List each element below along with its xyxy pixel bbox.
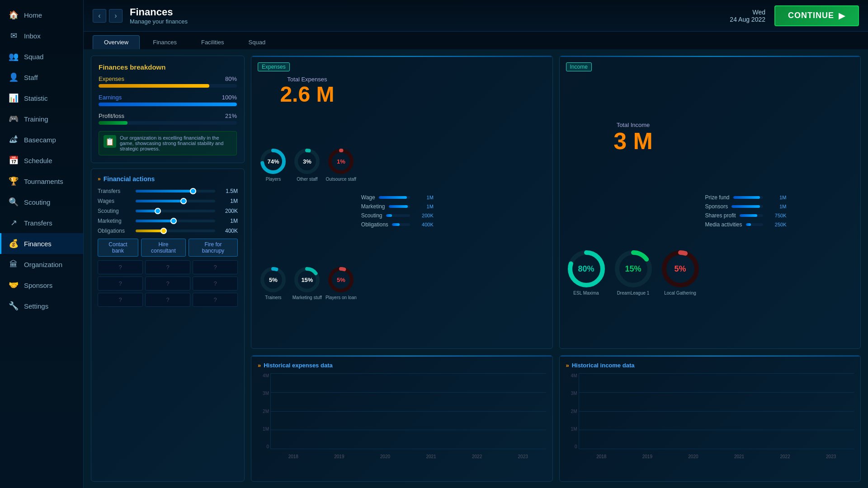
date-display: Wed 24 Aug 2022 [730,9,765,23]
sidebar-item-inbox[interactable]: ✉ Inbox [0,25,83,46]
donut-label-other-staff: Other staff [297,177,318,182]
actions-title: » Financial actions [98,175,238,183]
page-title: Finances [130,6,188,18]
expense-row-wage: Wage 1M [361,194,434,201]
income-label-local: Local Gathering [664,291,696,296]
slider-label-marketing: Marketing [98,218,132,224]
donut-pct-players-loan: 5% [337,277,345,283]
staff-icon: 👤 [9,72,19,82]
inbox-icon: ✉ [9,31,19,41]
unlock-btn-2[interactable]: ? [145,260,190,274]
earnings-row: Earnings 100% [99,94,237,106]
profit-label-row: Profit/loss 21% [99,113,237,119]
slider-obligations: Obligations 400K [98,228,238,234]
unlock-btn-5[interactable]: ? [145,277,190,291]
donut-label-outsource-staff: Outsource staff [326,177,357,182]
income-row-shares: Shares profit 750K [705,212,787,219]
donut-label-players-loan: Players on loan [326,295,357,300]
sidebar-item-training[interactable]: 🎮 Training [0,108,83,129]
continue-button[interactable]: CONTINUE ▶ [774,5,859,26]
organization-icon: 🏛 [9,259,19,269]
income-pct-local: 5% [674,264,686,274]
tab-finances[interactable]: Finances [142,35,188,49]
unlock-btn-4[interactable]: ? [98,277,143,291]
transfers-icon: ↗ [9,218,19,228]
nav-forward-button[interactable]: › [109,9,123,23]
slider-thumb-transfers [190,188,196,194]
sidebar-item-sponsors[interactable]: 🤝 Sponsors [0,275,83,296]
expense-row-obligations: Obligations 400K [361,221,434,228]
donut-pct-outsource-staff: 1% [337,158,345,164]
slider-val-marketing: 1M [219,218,238,224]
sidebar-label-staff: Staff [24,74,38,81]
contact-bank-button[interactable]: Contact bank [98,239,138,257]
donut-pct-players: 74% [267,158,279,164]
nav-back-button[interactable]: ‹ [93,9,106,23]
sidebar-item-schedule[interactable]: 📅 Schedule [0,150,83,171]
income-row-prize: Prize fund 1M [705,194,787,201]
slider-track-transfers[interactable] [136,190,215,192]
slider-label-transfers: Transfers [98,188,132,194]
hist-income-title: » Historical income data [566,362,854,369]
tab-overview[interactable]: Overview [93,35,140,49]
fire-bancrupy-button[interactable]: Fire for bancrupy [189,239,238,257]
sidebar-label-statistic: Statistic [24,94,48,102]
sidebar-item-squad[interactable]: 👥 Squad [0,46,83,67]
left-column: Finances breakdown Expenses 80% Earnings… [91,56,245,482]
earnings-progress-fill [99,103,237,106]
sponsors-icon: 🤝 [9,280,19,290]
donut-trainers: 5% Trainers [258,266,289,300]
slider-track-wages[interactable] [136,200,215,202]
profit-row: Profit/loss 21% [99,113,237,125]
hist-expenses-chart: 4M3M2M1M0 [258,373,546,459]
header-title-area: Finances Manage your finances [130,6,188,25]
sidebar-label-settings: Settings [24,302,48,310]
continue-arrow-icon: ▶ [839,11,845,21]
profit-progress-bar [99,121,237,125]
expenses-label-row: Expenses 80% [99,75,237,82]
sidebar-item-basecamp[interactable]: 🏕 Basecamp [0,129,83,150]
schedule-icon: 📅 [9,155,19,165]
donut-pct-marketing: 15% [301,277,313,283]
slider-fill-marketing [136,220,174,222]
sidebar-item-scouting[interactable]: 🔍 Scouting [0,192,83,212]
sidebar-item-organization[interactable]: 🏛 Organization [0,254,83,275]
date-line1: Wed [730,9,765,16]
sidebar-item-staff[interactable]: 👤 Staff [0,67,83,88]
sidebar-item-transfers[interactable]: ↗ Transfers [0,212,83,233]
unlock-btn-9[interactable]: ? [193,293,238,307]
donut-outsource-staff: 1% Outsource staff [326,148,357,182]
slider-label-scouting: Scouting [98,208,132,214]
slider-track-obligations[interactable] [136,230,215,232]
unlock-btn-8[interactable]: ? [145,293,190,307]
settings-icon: 🔧 [9,301,19,311]
sidebar-item-finances[interactable]: 💰 Finances [0,233,83,254]
slider-val-obligations: 400K [219,228,238,234]
header: ‹ › Finances Manage your finances Wed 24… [84,0,868,32]
hist-expenses-card: » Historical expenses data 4M3M2M1M0 [251,355,553,482]
tab-squad[interactable]: Squad [237,35,277,49]
tab-facilities[interactable]: Facilities [190,35,236,49]
slider-track-scouting[interactable] [136,210,215,212]
donut-label-players: Players [266,177,281,182]
sidebar-item-statistic[interactable]: 📊 Statistic [0,88,83,108]
sidebar-item-home[interactable]: 🏠 Home [0,5,83,25]
income-breakdown-table: Prize fund 1M Sponsors 1M Shares profit … [705,76,787,341]
sidebar-label-schedule: Schedule [24,157,52,164]
header-right: Wed 24 Aug 2022 CONTINUE ▶ [730,5,859,26]
slider-val-scouting: 200K [219,208,238,214]
hire-consultant-button[interactable]: Hire consultant [141,239,186,257]
finances-icon: 💰 [9,239,19,249]
unlock-btn-7[interactable]: ? [98,293,143,307]
unlock-btn-1[interactable]: ? [98,260,143,274]
sidebar-item-settings[interactable]: 🔧 Settings [0,296,83,316]
expenses-donut-grid: 74% Players 3% [258,107,357,341]
page-subtitle: Manage your finances [130,18,188,25]
unlock-btn-3[interactable]: ? [193,260,238,274]
expenses-progress-bar [99,84,237,88]
earnings-label-row: Earnings 100% [99,94,237,101]
unlock-btn-6[interactable]: ? [193,277,238,291]
sidebar-item-tournaments[interactable]: 🏆 Tournaments [0,171,83,192]
slider-track-marketing[interactable] [136,220,215,222]
slider-fill-transfers [136,190,193,192]
